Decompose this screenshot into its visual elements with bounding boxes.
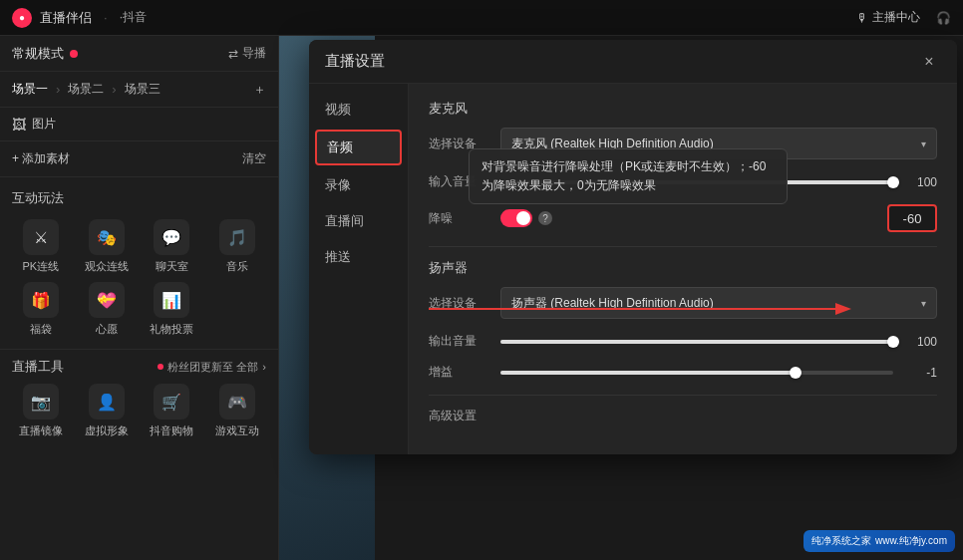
nav-recording[interactable]: 录像 [309,167,408,203]
logo-icon: ● [12,8,32,28]
chat-icon: 💬 [154,219,189,255]
noise-toggle[interactable] [500,209,532,227]
add-material-bar: + 添加素材 清空 [0,141,278,177]
app-name: 直播伴侣 [40,9,92,27]
live-tools-grid: 📷 直播镜像 👤 虚拟形象 🛒 抖音购物 🎮 游戏互动 [12,384,266,438]
sidebar: 常规模式 ⇄ 导播 场景一 › 场景二 › 场景三 ＋ 🖼 图片 + 添加素材 … [0,36,279,560]
spk-gain-value: -1 [905,366,937,380]
nav-push[interactable]: 推送 [309,239,408,275]
microphone-title: 麦克风 [429,100,937,118]
nav-audio[interactable]: 音频 [315,130,402,165]
mic-volume-slider[interactable] [500,180,893,184]
top-bar: ● 直播伴侣 · ·抖音 🎙 主播中心 🎧 [0,0,963,36]
dialog-content: 麦克风 选择设备 麦克风 (Realtek High Definition Au… [409,84,957,454]
avatar-icon: 👤 [89,384,125,420]
mode-left: 常规模式 [12,45,78,63]
spk-gain-slider[interactable] [500,371,893,375]
scene-sep-1: › [56,82,60,97]
interactive-item-pk[interactable]: ⚔ PK连线 [12,219,70,274]
interactive-item-vote[interactable]: 📊 礼物投票 [144,282,201,337]
live-tool-game[interactable]: 🎮 游戏互动 [208,384,266,438]
spk-device-select[interactable]: 扬声器 (Realtek High Definition Audio) ▾ [500,287,937,319]
scene-item-2[interactable]: 场景二 [68,81,104,98]
noise-help-icon[interactable]: ? [538,211,552,225]
add-material-btn[interactable]: + 添加素材 [12,150,70,167]
music-icon: 🎵 [219,219,255,255]
scene-item-1[interactable]: 场景一 [12,81,48,98]
mic-device-select[interactable]: 麦克风 (Realtek High Definition Audio) ▾ [500,128,937,159]
settings-dialog: 直播设置 × 视频 音频 录像 直播间 推送 麦克风 选择设备 麦克风 (Rea… [309,40,957,454]
vote-icon: 📊 [154,282,189,318]
interactive-title: 互动玩法 [12,189,266,207]
spk-gain-label: 增益 [429,364,488,381]
export-icon: ⇄ [228,47,238,61]
spk-volume-slider[interactable] [500,340,893,344]
camera-label: 直播镜像 [19,423,63,438]
dialog-title: 直播设置 [325,52,385,71]
export-btn[interactable]: ⇄ 导播 [228,45,266,62]
platform-name: ·抖音 [120,9,147,26]
image-label: 图片 [32,116,56,133]
spk-device-row: 选择设备 扬声器 (Realtek High Definition Audio)… [429,287,937,319]
vote-label: 礼物投票 [150,322,193,337]
noise-label: 降噪 [429,210,488,227]
camera-icon: 📷 [23,384,59,420]
dialog-close-btn[interactable]: × [917,50,941,74]
mic-device-row: 选择设备 麦克风 (Realtek High Definition Audio)… [429,128,937,159]
scene-item-3[interactable]: 场景三 [125,81,160,98]
logo-sep: · [104,10,108,25]
interactive-section: 互动玩法 ⚔ PK连线 🎭 观众连线 💬 聊天室 🎵 音乐 🎁 福袋 [0,177,278,350]
interactive-item-wish[interactable]: 💝 心愿 [78,282,136,337]
watermark-url: www.纯净jy.com [875,534,947,548]
interactive-item-chat[interactable]: 💬 聊天室 [144,219,201,274]
divider-1 [429,246,937,247]
game-icon: 🎮 [219,384,255,420]
mic-device-value: 麦克风 (Realtek High Definition Audio) [511,136,714,152]
noise-toggle-wrap: ? [500,209,552,227]
mic-volume-label: 输入音量 [429,173,488,190]
microphone-section: 麦克风 选择设备 麦克风 (Realtek High Definition Au… [429,100,937,232]
live-tool-avatar[interactable]: 👤 虚拟形象 [78,384,136,438]
pk-icon: ⚔ [23,219,59,255]
mode-dot [70,50,78,58]
interactive-item-bag[interactable]: 🎁 福袋 [12,282,70,337]
spk-volume-row: 输出音量 100 [429,333,937,350]
spk-gain-fill [500,371,796,375]
bag-icon: 🎁 [23,282,59,318]
live-tools-header: 直播工具 粉丝团更新至 全部 › [12,358,266,376]
mode-label: 常规模式 [12,45,64,63]
nav-video[interactable]: 视频 [309,92,408,128]
mic-volume-thumb [887,176,899,188]
noise-reduction-row: 对背景噪音进行降噪处理（PK或连麦时不生效）；-60为降噪效果最大，0为无降噪效… [429,204,937,232]
shop-label: 抖音购物 [150,423,193,438]
interactive-item-audience[interactable]: 🎭 观众连线 [78,219,136,274]
live-tool-shop[interactable]: 🛒 抖音购物 [144,384,201,438]
live-tools: 直播工具 粉丝团更新至 全部 › 📷 直播镜像 👤 虚拟形象 🛒 抖音购物 🎮 [0,350,278,446]
spk-device-arrow: ▾ [921,298,926,309]
nav-liveroom[interactable]: 直播间 [309,203,408,239]
spk-gain-row: 增益 -1 [429,364,937,381]
dialog-body: 视频 音频 录像 直播间 推送 麦克风 选择设备 麦克风 (Realtek Hi… [309,84,957,454]
toggle-knob [516,211,530,225]
interactive-item-music[interactable]: 🎵 音乐 [208,219,266,274]
scene-add-btn[interactable]: ＋ [253,81,266,99]
clear-btn[interactable]: 清空 [242,150,266,167]
game-label: 游戏互动 [215,423,259,438]
mic-device-label: 选择设备 [429,136,488,152]
chat-label: 聊天室 [156,259,188,274]
watermark: 纯净系统之家 www.纯净jy.com [803,530,955,552]
dialog-header: 直播设置 × [309,40,957,84]
fans-label[interactable]: 粉丝团更新至 全部 › [158,360,266,375]
scene-bar: 场景一 › 场景二 › 场景三 ＋ [0,72,278,108]
live-tool-camera[interactable]: 📷 直播镜像 [12,384,70,438]
mic-volume-value: 100 [905,175,937,189]
mode-bar: 常规模式 ⇄ 导播 [0,36,278,72]
headphone-btn[interactable]: 🎧 [936,11,951,25]
spk-volume-label: 输出音量 [429,333,488,350]
avatar-label: 虚拟形象 [85,423,129,438]
live-tools-title: 直播工具 [12,358,64,376]
wish-label: 心愿 [96,322,118,337]
mic-device-arrow: ▾ [921,139,926,149]
spk-volume-fill [500,340,893,344]
broadcast-center-btn[interactable]: 🎙 主播中心 [856,9,920,26]
